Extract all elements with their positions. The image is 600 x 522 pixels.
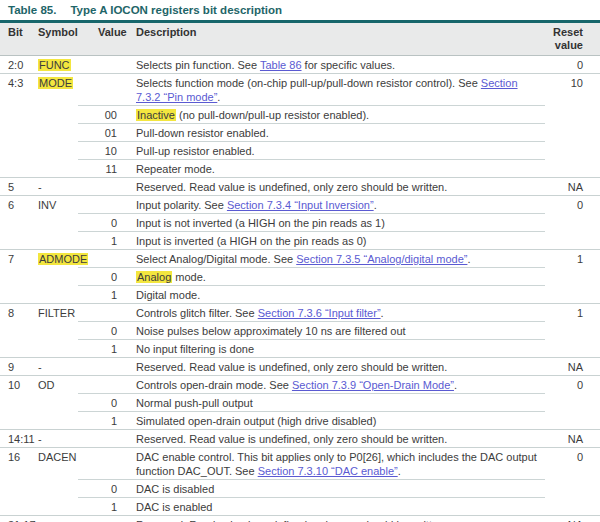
description-text: Noise pulses below approximately 10 ns a…: [136, 325, 406, 337]
cross-reference-link[interactable]: Table 86: [260, 59, 302, 71]
bit-range-cell: [0, 286, 38, 304]
bit-range-cell: [0, 142, 38, 160]
description-cell: DAC is enabled: [130, 498, 545, 516]
reset-value-cell: [545, 214, 600, 232]
bit-range-cell: 14:11: [0, 430, 38, 448]
reset-value-cell: NA: [545, 516, 600, 522]
register-bit-row: 8FILTERControls glitch filter. See Secti…: [0, 304, 600, 322]
symbol-cell: [38, 232, 78, 250]
description-cell: DAC is disabled: [130, 480, 545, 498]
reset-value-cell: 0: [545, 56, 600, 74]
register-bit-row: 16DACENDAC enable control. This bit appl…: [0, 448, 600, 480]
table-caption-text: Type A IOCON registers bit description: [70, 4, 282, 16]
value-cell: 0: [78, 394, 130, 412]
reset-value-cell: 0: [545, 448, 600, 480]
register-bit-row: 7ADMODESelect Analog/Digital mode. See S…: [0, 250, 600, 268]
reset-value-cell: NA: [545, 430, 600, 448]
description-text: Reserved. Read value is undefined, only …: [136, 361, 447, 373]
symbol-cell: DACEN: [38, 448, 78, 480]
reset-value-cell: NA: [545, 358, 600, 376]
value-cell: 1: [78, 412, 130, 430]
value-cell: [78, 178, 130, 196]
reset-value-cell: [545, 142, 600, 160]
symbol-cell: [38, 214, 78, 232]
description-cell: Inactive (no pull-down/pull-up resistor …: [130, 106, 545, 124]
value-cell: 00: [78, 106, 130, 124]
symbol-cell: [38, 142, 78, 160]
value-option-row: 00Inactive (no pull-down/pull-up resisto…: [0, 106, 600, 124]
bit-range-cell: 31:17: [0, 516, 38, 522]
value-option-row: 0Input is not inverted (a HIGH on the pi…: [0, 214, 600, 232]
symbol-cell: MODE: [38, 74, 78, 106]
cross-reference-link[interactable]: Section 7.3.6 “Input filter”: [258, 307, 381, 319]
bit-range-cell: [0, 160, 38, 178]
cross-reference-link[interactable]: Section 7.3.9 “Open-Drain Mode”: [292, 379, 454, 391]
description-cell: Analog mode.: [130, 268, 545, 286]
description-text: Input is not inverted (a HIGH on the pin…: [136, 217, 385, 229]
document-page: Table 85.Type A IOCON registers bit desc…: [0, 0, 600, 522]
register-bit-row: 14:11-Reserved. Read value is undefined,…: [0, 430, 600, 448]
iocon-register-table: Bit Symbol Value Description Reset value…: [0, 23, 600, 522]
table-caption-label: Table 85.: [8, 4, 56, 16]
reset-value-cell: 10: [545, 74, 600, 106]
description-cell: Reserved. Read value is undefined, only …: [130, 178, 545, 196]
value-cell: 1: [78, 286, 130, 304]
description-text: Select Analog/Digital mode. See: [136, 253, 296, 265]
description-text: .: [217, 91, 220, 103]
table-body: 2:0FUNCSelects pin function. See Table 8…: [0, 56, 600, 522]
reset-value-cell: [545, 412, 600, 430]
description-text: mode.: [172, 271, 206, 283]
bit-range-cell: 9: [0, 358, 38, 376]
column-header-description: Description: [130, 23, 545, 56]
description-text: Controls glitch filter. See: [136, 307, 258, 319]
description-cell: Noise pulses below approximately 10 ns a…: [130, 322, 545, 340]
value-option-row: 1No input filtering is done: [0, 340, 600, 358]
value-cell: 0: [78, 480, 130, 498]
bit-range-cell: 4:3: [0, 74, 38, 106]
symbol-cell: [38, 106, 78, 124]
value-cell: 01: [78, 124, 130, 142]
description-cell: Pull-up resistor enabled.: [130, 142, 545, 160]
bit-range-cell: 16: [0, 448, 38, 480]
highlighted-symbol: MODE: [38, 77, 73, 89]
description-cell: Input is inverted (a HIGH on the pin rea…: [130, 232, 545, 250]
table-caption: Table 85.Type A IOCON registers bit desc…: [8, 4, 600, 16]
description-text: DAC is enabled: [136, 501, 212, 513]
value-option-row: 0Noise pulses below approximately 10 ns …: [0, 322, 600, 340]
description-cell: DAC enable control. This bit applies onl…: [130, 448, 545, 480]
reset-value-cell: 0: [545, 196, 600, 214]
cross-reference-link[interactable]: Section 7.3.10 “DAC enable”: [258, 465, 398, 477]
symbol-cell: [38, 394, 78, 412]
reset-value-cell: [545, 286, 600, 304]
bit-range-cell: 2:0: [0, 56, 38, 74]
description-text: .: [374, 199, 377, 211]
bit-range-cell: [0, 232, 38, 250]
value-cell: [78, 376, 130, 394]
description-text: Pull-down resistor enabled.: [136, 127, 269, 139]
reset-value-cell: NA: [545, 178, 600, 196]
description-text: .: [467, 253, 470, 265]
description-cell: Controls open-drain mode. See Section 7.…: [130, 376, 545, 394]
symbol-cell: FILTER: [38, 304, 78, 322]
highlighted-symbol: FUNC: [38, 59, 71, 71]
register-bit-row: 9-Reserved. Read value is undefined, onl…: [0, 358, 600, 376]
reset-value-cell: [545, 232, 600, 250]
symbol-cell: [38, 412, 78, 430]
cross-reference-link[interactable]: Section 7.3.5 “Analog/digital mode”: [296, 253, 467, 265]
description-cell: Normal push-pull output: [130, 394, 545, 412]
bit-range-cell: [0, 322, 38, 340]
value-option-row: 0DAC is disabled: [0, 480, 600, 498]
bit-range-cell: 10: [0, 376, 38, 394]
description-cell: Digital mode.: [130, 286, 545, 304]
description-cell: Pull-down resistor enabled.: [130, 124, 545, 142]
reset-value-cell: [545, 106, 600, 124]
description-text: .: [398, 465, 401, 477]
symbol-cell: [38, 286, 78, 304]
symbol-cell: ADMODE: [38, 250, 78, 268]
description-text: Digital mode.: [136, 289, 200, 301]
description-cell: No input filtering is done: [130, 340, 545, 358]
symbol-cell: [38, 268, 78, 286]
value-option-row: 10Pull-up resistor enabled.: [0, 142, 600, 160]
symbol-cell: -: [38, 358, 78, 376]
cross-reference-link[interactable]: Section 7.3.4 “Input Inversion”: [227, 199, 374, 211]
